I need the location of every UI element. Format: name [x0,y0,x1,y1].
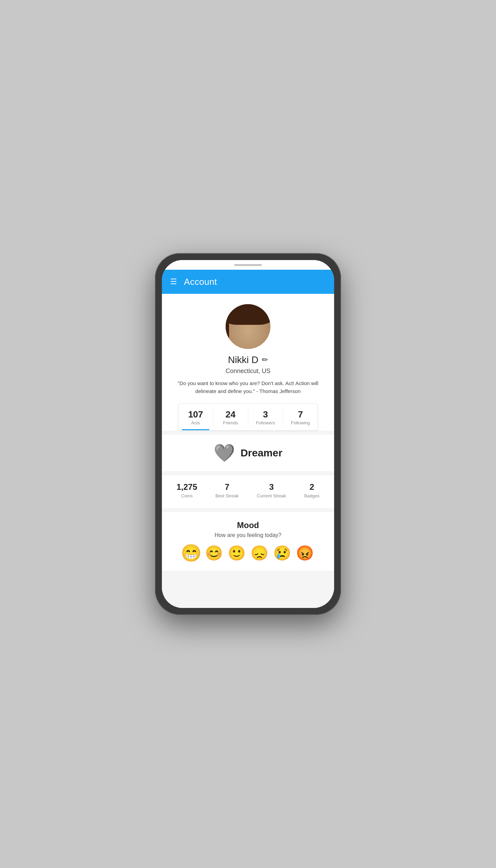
metric-current-streak: 3 Current Streak [257,482,286,498]
mood-subtitle: How are you feeling today? [215,532,281,538]
metrics-section: 1,275 Coins 7 Best Streak 3 Current Stre… [162,475,334,508]
notch-pill [234,264,262,266]
emoji-crying[interactable]: 😢 [273,546,291,560]
dreamer-label: Dreamer [240,447,282,459]
following-label: Following [291,420,310,425]
location: Connecticut, US [226,368,270,375]
followers-number: 3 [263,410,268,419]
mood-section: Mood How are you feeling today? 😁 😊 🙂 😞 … [162,512,334,571]
emoji-row: 😁 😊 🙂 😞 😢 😡 [182,546,314,560]
current-streak-number: 3 [269,482,273,492]
metric-badges: 2 Badges [304,482,319,498]
emoji-sad[interactable]: 😞 [250,546,268,560]
heart-icon: 🩶 [214,444,235,462]
coins-label: Coins [181,493,193,498]
following-number: 7 [298,410,303,419]
friends-label: Friends [223,420,238,425]
acts-number: 107 [188,410,203,419]
avatar[interactable] [226,304,270,349]
badges-label: Badges [304,493,319,498]
hamburger-icon[interactable]: ☰ [170,278,177,286]
emoji-angry[interactable]: 😡 [296,546,314,560]
stats-bar: 107 Acts 24 Friends 3 Followers [178,403,318,431]
emoji-content[interactable]: 😊 [205,546,223,560]
badges-number: 2 [310,482,314,492]
emoji-happy[interactable]: 😁 [181,545,202,561]
profile-quote: "Do you want to know who you are? Don't … [170,380,326,395]
username-row: Nikki D ✏ [228,354,268,365]
emoji-neutral[interactable]: 🙂 [228,546,246,560]
friends-number: 24 [226,410,236,419]
metric-coins: 1,275 Coins [177,482,197,498]
stat-followers[interactable]: 3 Followers [248,404,283,430]
stat-following[interactable]: 7 Following [283,404,318,430]
username: Nikki D [228,354,259,365]
dreamer-section: 🩶 Dreamer [162,435,334,471]
header-title: Account [184,277,217,287]
best-streak-number: 7 [225,482,229,492]
stat-acts[interactable]: 107 Acts [178,404,213,430]
coins-number: 1,275 [177,482,197,492]
current-streak-label: Current Streak [257,493,286,498]
phone-frame: ☰ Account Nikki D ✏ Connecticut, US "Do … [155,253,341,615]
best-streak-label: Best Streak [216,493,239,498]
mood-title: Mood [237,520,259,530]
avatar-image [226,304,270,349]
metric-best-streak: 7 Best Streak [216,482,239,498]
stat-friends[interactable]: 24 Friends [213,404,248,430]
edit-icon[interactable]: ✏ [262,355,268,364]
notch-bar [162,260,334,270]
followers-label: Followers [256,420,275,425]
profile-section: Nikki D ✏ Connecticut, US "Do you want t… [162,294,334,431]
main-content: Nikki D ✏ Connecticut, US "Do you want t… [162,294,334,608]
app-header: ☰ Account [162,270,334,294]
acts-label: Acts [191,420,200,425]
phone-screen: ☰ Account Nikki D ✏ Connecticut, US "Do … [162,260,334,608]
